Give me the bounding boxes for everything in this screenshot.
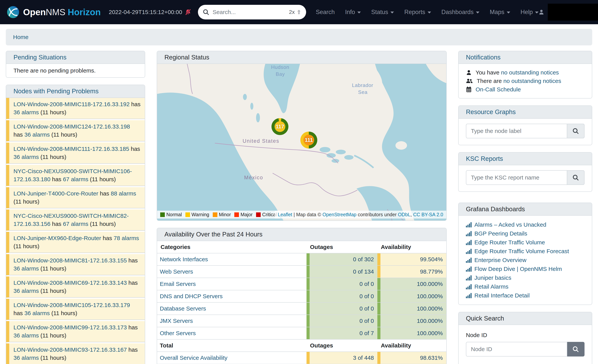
- availability-cell: 100.000%: [377, 315, 446, 327]
- map-cluster-marker[interactable]: 117: [272, 118, 288, 135]
- overall-availability-link[interactable]: Overall Service Availability: [160, 355, 227, 361]
- grafana-dashboard-link[interactable]: Retail Interface Detail: [474, 292, 530, 299]
- grafana-dashboard-link[interactable]: Edge Router Traffic Volume Forecast: [474, 248, 569, 255]
- grafana-dashboard-link[interactable]: BGP Peering Details: [474, 230, 527, 237]
- node-link[interactable]: LON-Window-2008-MIMIC105-172.16.33.179: [14, 302, 130, 308]
- global-search-input[interactable]: [213, 9, 285, 15]
- nav-item-search[interactable]: Search: [316, 9, 335, 16]
- node-link[interactable]: LON-Window-2008-MIMIC81-172.16.33.155: [14, 257, 127, 264]
- nav-item-reports[interactable]: Reports: [404, 9, 431, 16]
- node-problem-item: LON-Juniper-MX960-Edge-Router has 78 ala…: [6, 232, 145, 253]
- alarms-link[interactable]: 36 alarms: [14, 154, 39, 160]
- grafana-dashboard-link[interactable]: Enterprise Overview: [474, 257, 526, 263]
- category-link[interactable]: Other Servers: [160, 330, 196, 337]
- legend-swatch: [185, 212, 190, 217]
- resource-graphs-search-button[interactable]: [567, 124, 584, 138]
- alarms-link[interactable]: 36 alarms: [25, 310, 50, 316]
- chevron-down-icon: [476, 12, 479, 14]
- nav-item-help[interactable]: Help: [521, 9, 539, 16]
- resource-graphs-title[interactable]: Resource Graphs: [459, 106, 592, 119]
- grafana-dashboard-item: Retail Interface Detail: [466, 292, 584, 299]
- node-link[interactable]: LON-Window-2008-MIMIC124-172.16.33.198: [14, 123, 130, 130]
- node-link[interactable]: LON-Juniper-T4000-Core-Router: [14, 190, 98, 197]
- oncall-schedule-link[interactable]: On-Call Schedule: [475, 86, 521, 93]
- ksc-reports-input[interactable]: [466, 170, 567, 185]
- brand[interactable]: OpenNMSHorizon: [7, 6, 101, 19]
- ksc-reports-title[interactable]: KSC Reports: [459, 153, 592, 165]
- category-link[interactable]: Database Servers: [160, 305, 206, 312]
- node-problem-item: NYC-Cisco-NEXUS9000-SWITCH-MIMIC82-172.1…: [6, 210, 145, 231]
- grafana-dashboard-link[interactable]: Juniper basics: [474, 275, 511, 281]
- search-shortcut-hint: 2x⇧: [289, 9, 301, 15]
- alarms-link[interactable]: 36 alarms: [25, 131, 50, 138]
- node-link[interactable]: LON-Window-2008-MIMIC111-172.16.33.185: [14, 146, 129, 152]
- map-label-mexico: México: [244, 175, 263, 180]
- legend-item: Warning: [185, 212, 209, 217]
- map-cluster-marker[interactable]: 111: [300, 132, 317, 148]
- legend-item: Critical: [256, 212, 277, 217]
- map-label-united-states: United States: [243, 138, 279, 144]
- alarms-link[interactable]: 36 alarms: [14, 355, 39, 361]
- outages-cell: 0 of 0: [307, 278, 377, 290]
- resource-graphs-input[interactable]: [466, 124, 567, 138]
- node-id-input[interactable]: [466, 342, 567, 356]
- bar-chart-icon: [466, 240, 472, 245]
- alarms-link[interactable]: 88 alarms: [111, 190, 136, 197]
- grafana-dashboard-link[interactable]: Alarms – Acked vs Unacked: [474, 221, 546, 228]
- username-redacted[interactable]: [548, 4, 598, 21]
- node-link[interactable]: LON-Window-2008-MIMIC118-172.16.33.192: [14, 101, 130, 107]
- category-link[interactable]: Email Servers: [160, 281, 196, 287]
- legend-swatch: [213, 212, 217, 217]
- category-link[interactable]: DNS and DHCP Servers: [160, 293, 223, 299]
- outages-cell: 0 of 134: [307, 266, 377, 278]
- grafana-dashboard-link[interactable]: Edge Router Traffic Volume: [474, 239, 545, 246]
- nav-item-maps[interactable]: Maps: [490, 9, 510, 16]
- ksc-reports-search-button[interactable]: [567, 170, 584, 185]
- category-link[interactable]: Network Interfaces: [160, 256, 208, 263]
- notifications-card: Notifications You have no outstanding no…: [458, 51, 592, 98]
- breadcrumb-home-link[interactable]: Home: [13, 34, 28, 40]
- grafana-dashboard-item: Alarms – Acked vs Unacked: [466, 221, 584, 228]
- osm-link[interactable]: OpenStreetMap: [323, 212, 357, 217]
- category-link[interactable]: JMX Servers: [160, 318, 193, 324]
- all-notices-link[interactable]: no outstanding notices: [503, 78, 561, 84]
- node-problem-item: LON-Window-2008-MIMIC93-172.16.33.167 ha…: [6, 343, 145, 364]
- notifications-title[interactable]: Notifications: [459, 51, 592, 64]
- nav-item-dashboards[interactable]: Dashboards: [441, 9, 479, 16]
- node-link[interactable]: LON-Window-2008-MIMIC69-172.16.33.143: [14, 280, 127, 286]
- category-link[interactable]: Web Servers: [160, 268, 193, 275]
- availability-card: Availability Over the Past 24 Hours Cate…: [157, 228, 447, 364]
- nav-item-info[interactable]: Info: [345, 9, 361, 16]
- pending-situations-title[interactable]: Pending Situations: [6, 51, 145, 64]
- grafana-dashboard-link[interactable]: Flow Deep Dive | OpenNMS Helm: [474, 266, 562, 272]
- ccbysa-link[interactable]: CC BY-SA 2.0: [413, 212, 443, 217]
- node-link[interactable]: LON-Window-2008-MIMIC93-172.16.33.167: [14, 347, 127, 353]
- bar-chart-icon: [466, 249, 472, 254]
- alarms-link[interactable]: 36 alarms: [14, 288, 39, 294]
- outages-cell: 0 of 0: [307, 315, 377, 327]
- node-link[interactable]: LON-Window-2008-MIMIC99-172.16.33.173: [14, 324, 127, 331]
- user-icon: [539, 9, 544, 15]
- alarms-link[interactable]: 67 alarms: [63, 176, 88, 182]
- regional-status-map[interactable]: Hudson Bay Labrador Sea United States Mé…: [157, 64, 446, 220]
- alarms-link[interactable]: 78 alarms: [114, 235, 139, 241]
- alarms-link[interactable]: 67 alarms: [63, 221, 88, 227]
- grafana-dashboard-link[interactable]: Retail Alarms: [474, 283, 508, 290]
- nav-item-status[interactable]: Status: [371, 9, 394, 16]
- odbl-link[interactable]: ODbL: [398, 212, 410, 217]
- alarms-link[interactable]: 36 alarms: [14, 332, 39, 339]
- alarms-link[interactable]: 36 alarms: [14, 109, 39, 115]
- nodes-pending-problems-title[interactable]: Nodes with Pending Problems: [6, 85, 145, 98]
- node-id-search-button[interactable]: [567, 342, 584, 356]
- node-problem-item: LON-Window-2008-MIMIC118-172.16.33.192 h…: [6, 98, 145, 119]
- availability-title: Availability Over the Past 24 Hours: [157, 228, 446, 241]
- user-notices-link[interactable]: no outstanding notices: [501, 69, 559, 76]
- middle-column: Regional Status: [157, 51, 447, 364]
- node-problem-item: NYC-Cisco-NEXUS9000-SWITCH-MIMIC106-172.…: [6, 165, 145, 186]
- regional-status-title: Regional Status: [157, 51, 446, 64]
- node-link[interactable]: LON-Juniper-MX960-Edge-Router: [14, 235, 101, 241]
- alarms-link[interactable]: 36 alarms: [14, 265, 39, 272]
- svg-text:Sea: Sea: [358, 89, 367, 95]
- leaflet-link[interactable]: Leaflet: [278, 212, 292, 217]
- outages-cell: 0 of 7: [307, 327, 377, 339]
